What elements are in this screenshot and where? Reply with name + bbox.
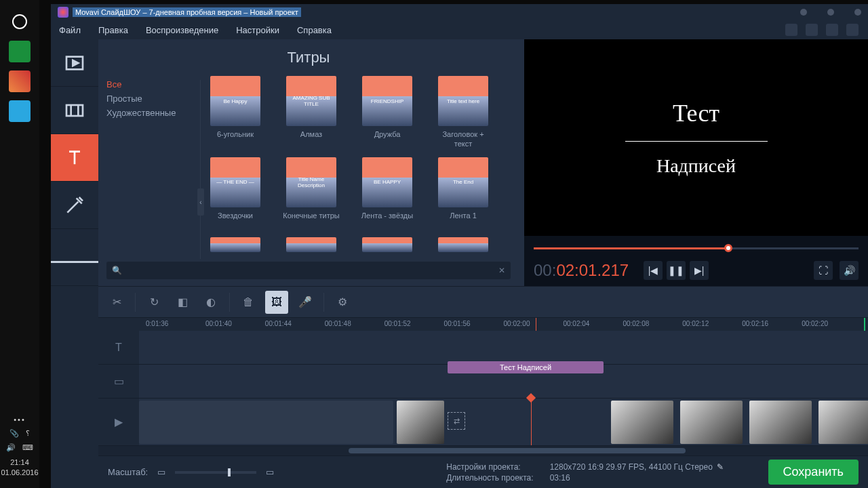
collapse-handle[interactable]: ‹ (197, 188, 204, 216)
menu-edit[interactable]: Правка (98, 25, 128, 35)
save-button[interactable]: Сохранить (768, 460, 859, 485)
settings-button[interactable]: ⚙ (331, 291, 354, 314)
zoom-out-icon[interactable]: ▭ (157, 467, 165, 477)
clock-time[interactable]: 21:14 (1, 458, 38, 467)
thumb-label: Алмаз (283, 130, 340, 148)
prev-button[interactable]: |◀ (644, 261, 663, 280)
thumb-ribbon-stars[interactable]: BE HAPPYЛента - звёзды (359, 157, 416, 229)
video-clip[interactable] (749, 401, 812, 444)
rotate-button[interactable]: ↻ (142, 291, 165, 314)
next-button[interactable]: ▶| (690, 261, 709, 280)
ruler-tick: 00:02:08 (623, 318, 682, 331)
tool-media[interactable] (51, 39, 98, 87)
zoom-fit-icon[interactable]: ▭ (266, 467, 274, 477)
track-head-video[interactable]: ▶ (98, 399, 139, 445)
video-clip[interactable] (397, 401, 444, 444)
maximize-icon[interactable] (827, 9, 834, 16)
fullscreen-button[interactable]: ⛶ (814, 261, 833, 280)
thumb-extra-4[interactable] (435, 237, 492, 252)
timeline-scrollbar[interactable] (98, 446, 868, 455)
video-clip[interactable] (680, 401, 743, 444)
tool-effects[interactable] (51, 182, 98, 229)
keyboard-icon[interactable]: ⌨ (22, 443, 33, 452)
timeline-ruler[interactable]: 0:01:36 00:01:40 00:01:44 00:01:48 00:01… (98, 317, 868, 331)
edit-toolbar: ✂ ↻ ◧ ◐ 🗑 🖼 🎤 ⚙ (98, 286, 868, 317)
share-youtube-icon[interactable] (785, 24, 797, 36)
scrub-bar[interactable] (534, 241, 859, 255)
tray-overflow-icon[interactable]: ••• (14, 415, 26, 424)
taskbar-app-1-icon[interactable] (9, 41, 31, 62)
ruler-playhead[interactable] (536, 318, 536, 331)
thumb-extra-1[interactable] (207, 237, 264, 252)
thumb-diamond[interactable]: AMAZING SUB TITLEАлмаз (283, 76, 340, 149)
menu-help[interactable]: Справка (297, 25, 332, 35)
timeline-playhead[interactable] (531, 399, 532, 445)
tool-transitions[interactable] (51, 87, 98, 134)
category-all[interactable]: Все (98, 77, 193, 92)
tool-titles[interactable] (51, 134, 98, 182)
clip-properties-button[interactable]: 🖼 (265, 291, 288, 314)
thumb-image: Be Happy (210, 76, 260, 126)
attachment-icon[interactable]: 📎 (9, 429, 19, 438)
pause-button[interactable]: ❚❚ (667, 261, 686, 280)
taskbar-app-2-icon[interactable] (9, 70, 31, 92)
track-titles[interactable] (139, 331, 868, 364)
taskbar-app-3-icon[interactable] (9, 100, 31, 122)
close-icon[interactable] (854, 9, 861, 16)
thumb-hexagon[interactable]: Be Happy6-угольник (207, 76, 264, 149)
menu-file[interactable]: Файл (59, 25, 81, 35)
share-vk-icon[interactable] (826, 24, 838, 36)
title-clip[interactable]: Тест Надписей (448, 361, 604, 373)
menu-playback[interactable]: Воспроизведение (146, 25, 218, 35)
os-taskbar: ••• 📎⸮ 🔊⌨ 21:14 01.06.2016 (0, 0, 39, 488)
ruler-cut-marker (864, 318, 865, 331)
minimize-icon[interactable] (800, 9, 807, 16)
thumb-label: Заголовок + текст (435, 130, 492, 149)
color-button[interactable]: ◐ (199, 291, 222, 314)
clear-search-icon[interactable]: ✕ (498, 266, 505, 275)
menu-settings[interactable]: Настройки (236, 25, 279, 35)
transition-marker[interactable]: ⇄ (448, 412, 465, 430)
clock-date[interactable]: 01.06.2016 (1, 468, 38, 477)
zoom-slider[interactable] (175, 471, 256, 474)
crop-button[interactable]: ◧ (171, 291, 194, 314)
volume-icon[interactable]: 🔊 (6, 443, 16, 452)
thumb-extra-3[interactable] (359, 237, 416, 252)
thumb-label: Лента - звёзды (359, 211, 416, 229)
track-video[interactable]: Тест Надписей ⇄ (139, 399, 868, 445)
thumb-label: 6-угольник (207, 130, 264, 148)
start-icon[interactable] (9, 11, 31, 33)
search-input[interactable]: 🔍 ✕ (106, 262, 511, 279)
category-simple[interactable]: Простые (98, 92, 193, 106)
thumb-image (210, 237, 260, 252)
thumb-end-credits[interactable]: Title Name DescriptionКонечные титры (283, 157, 340, 229)
thumb-friendship[interactable]: FRIENDSHIPДружба (359, 76, 416, 149)
status-bar: Масштаб: ▭ ▭ Настройки проекта: 868x488… (98, 455, 868, 488)
delete-button[interactable]: 🗑 (237, 291, 260, 314)
category-list: Все Простые Художественные (98, 73, 193, 259)
category-artistic[interactable]: Художественные (98, 106, 193, 120)
thumb-extra-2[interactable] (283, 237, 340, 252)
thumb-stars[interactable]: — THE END —Звездочки (207, 157, 264, 229)
edit-settings-icon[interactable]: ✎ (717, 462, 724, 472)
volume-button[interactable]: 🔊 (840, 261, 859, 280)
thumb-image: Title text here (438, 76, 488, 126)
video-clip[interactable] (611, 401, 673, 444)
video-gap[interactable] (139, 401, 393, 444)
category-separator (200, 80, 201, 259)
preview-canvas[interactable]: Тест Надписей (524, 39, 868, 236)
wifi-icon[interactable]: ⸮ (26, 429, 30, 438)
video-clip[interactable] (818, 401, 868, 444)
share-ok-icon[interactable] (806, 24, 818, 36)
window-title: Movavi СлайдШОУ – 7-дневная пробная верс… (73, 7, 301, 17)
track-head-titles[interactable]: T (98, 331, 139, 364)
share-other-icon[interactable] (846, 24, 859, 36)
scrub-knob[interactable] (724, 244, 732, 252)
cut-button[interactable]: ✂ (105, 291, 128, 314)
tool-more[interactable] (51, 239, 98, 286)
thumb-ribbon-1[interactable]: The EndЛента 1 (435, 157, 492, 229)
thumb-header-text[interactable]: Title text hereЗаголовок + текст (435, 76, 492, 149)
record-audio-button[interactable]: 🎤 (294, 291, 317, 314)
zoom-label: Масштаб: (108, 467, 148, 477)
track-head-overlay[interactable]: ▭ (98, 365, 139, 398)
